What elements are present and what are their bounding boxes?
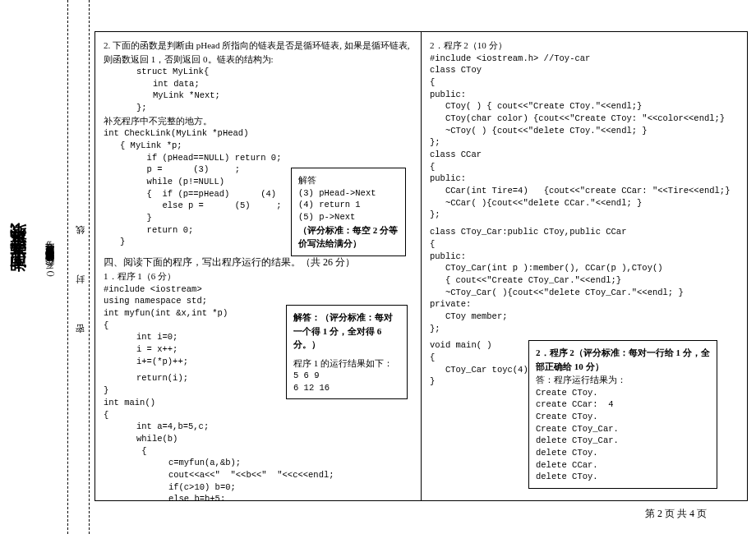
ans-line: delete CCar. bbox=[536, 459, 710, 472]
ans-line: delete CToy. bbox=[536, 447, 710, 459]
seal-dash-right bbox=[89, 0, 90, 534]
ans-header: 2．程序 2（评分标准：每对一行给 1 分，全部正确给 10 分） bbox=[536, 346, 710, 373]
ans-text: 答：程序运行结果为： bbox=[536, 373, 710, 387]
page-footer: 第 2 页 共 4 页 bbox=[645, 507, 707, 521]
code: class CToy bbox=[430, 64, 739, 76]
seal-line-wrap: 密封线 bbox=[70, 0, 90, 534]
vertical-info-bar: 系(院) 计算机与通信学院 课程名称 面向对象程序设计 班级 姓名 学号 bbox=[37, 0, 62, 534]
code: private: bbox=[430, 298, 739, 311]
code: cout<<a<<" "<<b<<" "<<c<<endl; bbox=[104, 469, 413, 481]
seal-line-text: 密封线 bbox=[74, 193, 86, 341]
code: CToy_Car(int p ):member(), CCar(p ),CToy… bbox=[430, 262, 739, 274]
code: c=myfun(a,&b); bbox=[104, 457, 413, 469]
prog2-header: 2．程序 2（10 分） bbox=[430, 39, 739, 53]
ans-line: (5) p->Next bbox=[298, 211, 399, 223]
section-4-title: 四、阅读下面的程序，写出程序运行的结果。（共 26 分） bbox=[104, 255, 413, 269]
code: if (pHead==NULL) return 0; bbox=[104, 152, 413, 164]
ans-line: delete CToy_Car. bbox=[536, 435, 710, 447]
code: { bbox=[104, 445, 413, 458]
ans-line: 6 12 16 bbox=[293, 382, 400, 394]
code: public: bbox=[430, 89, 739, 101]
code: if(c>10) b=0; bbox=[104, 481, 413, 494]
code: #include <iostream> bbox=[104, 283, 413, 296]
code: CToy( ) { cout<<"Create CToy."<<endl;} bbox=[430, 100, 739, 113]
ans-line: (3) pHead->Next bbox=[298, 187, 399, 200]
q2-hint: 补充程序中不完整的地方。 bbox=[104, 114, 413, 128]
ans-line: Create CToy. bbox=[536, 411, 710, 423]
ans-header: 解答：（评分标准：每对一个得 1 分，全对得 6 分。） bbox=[293, 311, 400, 352]
code: class CCar bbox=[430, 149, 739, 161]
exam-title: 湖南工业大学考试试卷纸 bbox=[6, 249, 28, 285]
q2-intro: 2. 下面的函数是判断由 pHead 所指向的链表是否是循环链表, 如果是循环链… bbox=[104, 39, 413, 66]
code: }; bbox=[430, 323, 739, 335]
code: { bbox=[430, 161, 739, 173]
code: #include <iostream.h> //Toy-car bbox=[430, 53, 739, 65]
ans-line: 5 6 9 bbox=[293, 370, 400, 382]
code: public: bbox=[430, 251, 739, 263]
code: int a=4,b=5,c; bbox=[104, 421, 413, 433]
code: class CToy_Car:public CToy,public CCar bbox=[430, 226, 739, 238]
code: struct MyLink{ bbox=[104, 66, 413, 78]
ans-line: (4) return 1 bbox=[298, 199, 399, 211]
code: { bbox=[104, 409, 413, 421]
code: { cout<<"Create CToy_Car."<<endl;} bbox=[430, 274, 739, 287]
ans-line: Create CToy. bbox=[536, 387, 710, 399]
code: else b=b+5; bbox=[104, 493, 413, 500]
right-column: 2．程序 2（10 分） #include <iostream.h> //Toy… bbox=[422, 32, 747, 500]
answer-box-1: 解答 (3) pHead->Next (4) return 1 (5) p->N… bbox=[291, 168, 406, 256]
code: MyLink *Next; bbox=[104, 90, 413, 102]
code: CToy member; bbox=[430, 311, 739, 323]
seal-dash-left bbox=[67, 0, 68, 534]
code: }; bbox=[430, 209, 739, 221]
ans-header: 解答 bbox=[298, 173, 399, 187]
code: ~CToy( ) {cout<<"delete CToy."<<endl; } bbox=[430, 125, 739, 137]
student-info-line: 系(院) 计算机与通信学院 课程名称 面向对象程序设计 班级 姓名 学号 bbox=[44, 257, 56, 277]
code: { MyLink *p; bbox=[104, 140, 413, 152]
code: ~CCar( ){cout<<"delete CCar."<<endl; } bbox=[430, 197, 739, 209]
left-column: 2. 下面的函数是判断由 pHead 所指向的链表是否是循环链表, 如果是循环链… bbox=[95, 32, 422, 500]
vertical-title-bar: 湖南工业大学考试试卷纸 bbox=[0, 0, 33, 534]
ans-line: delete CToy. bbox=[536, 471, 710, 483]
code: while(b) bbox=[104, 433, 413, 445]
code: CCar(int Tire=4) {cout<<"create CCar: "<… bbox=[430, 185, 739, 197]
main-content: 2. 下面的函数是判断由 pHead 所指向的链表是否是循环链表, 如果是循环链… bbox=[94, 31, 748, 501]
prog1-header: 1．程序 1（6 分） bbox=[104, 269, 413, 283]
code: CToy(char color) {cout<<"Create CToy: "<… bbox=[430, 113, 739, 125]
code: public: bbox=[430, 173, 739, 185]
ans-line: create CCar: 4 bbox=[536, 398, 710, 411]
ans-score: （评分标准：每空 2 分等价写法给满分） bbox=[298, 223, 399, 251]
code: { bbox=[430, 238, 739, 251]
code: int CheckLink(MyLink *pHead) bbox=[104, 127, 413, 140]
ans-line: Create CToy_Car. bbox=[536, 423, 710, 435]
code: }; bbox=[430, 136, 739, 149]
ans-text: 程序 1 的运行结果如下： bbox=[293, 357, 400, 371]
code: }; bbox=[104, 102, 413, 114]
code: int data; bbox=[104, 78, 413, 90]
answer-box-3: 2．程序 2（评分标准：每对一行给 1 分，全部正确给 10 分） 答：程序运行… bbox=[528, 340, 717, 489]
code: ~CToy_Car( ){cout<<"delete CToy_Car."<<e… bbox=[430, 287, 739, 299]
code: { bbox=[430, 76, 739, 89]
answer-box-2: 解答：（评分标准：每对一个得 1 分，全对得 6 分。） 程序 1 的运行结果如… bbox=[286, 305, 408, 399]
